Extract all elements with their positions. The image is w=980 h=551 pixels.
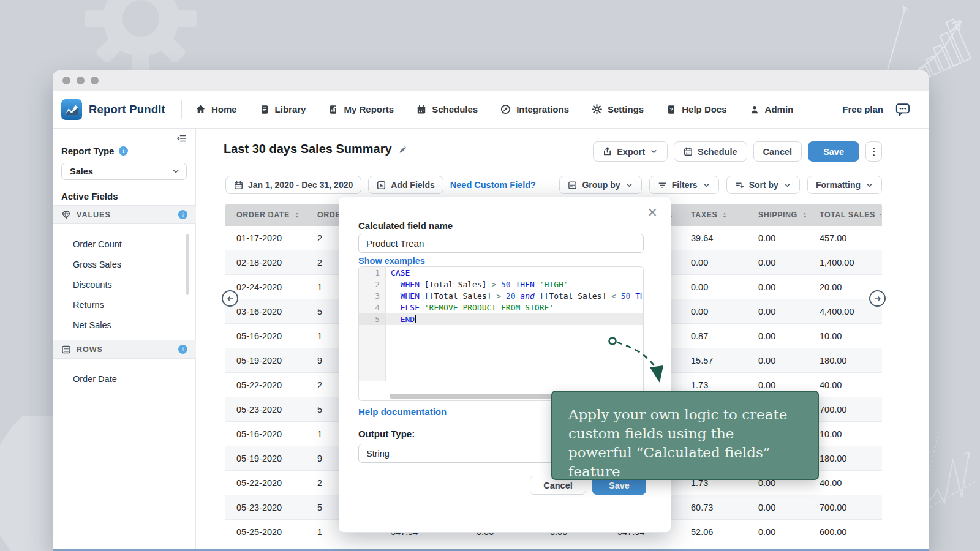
nav-item-settings[interactable]: Settings xyxy=(592,104,644,114)
nav-item-home[interactable]: Home xyxy=(195,104,237,114)
window-control-minimize[interactable] xyxy=(77,77,85,84)
integrations-icon xyxy=(500,104,511,114)
code-line: END xyxy=(386,313,643,325)
schedule-button[interactable]: Schedule xyxy=(674,141,747,162)
add-fields-button[interactable]: Add Fields xyxy=(368,176,443,194)
scroll-columns-right-button[interactable] xyxy=(869,290,886,307)
filter-bar-left: Jan 1, 2020 - Dec 31, 2020 Add Fields Ne… xyxy=(225,176,536,194)
nav-item-schedules[interactable]: Schedules xyxy=(417,104,478,114)
arrow-left-icon xyxy=(226,294,235,303)
gear-decoration xyxy=(43,0,227,73)
nav-item-admin[interactable]: Admin xyxy=(750,104,794,114)
library-icon xyxy=(260,105,270,114)
column-header-shipping[interactable]: SHIPPING xyxy=(747,204,809,226)
more-options-button[interactable] xyxy=(865,141,882,162)
chevron-down-icon xyxy=(703,181,710,189)
chevron-down-icon xyxy=(783,181,791,189)
rows-info-icon[interactable]: i xyxy=(178,345,187,354)
formatting-button[interactable]: Formatting xyxy=(807,176,882,194)
help-docs-icon: ? xyxy=(666,105,676,114)
values-field-item[interactable]: Gross Sales xyxy=(53,254,196,274)
report-toolbar: Export Schedule Cancel Save xyxy=(593,141,882,162)
table-cell: 05-25-2020 xyxy=(225,520,306,544)
export-button[interactable]: Export xyxy=(593,141,668,162)
add-fields-icon xyxy=(377,181,386,190)
values-info-icon[interactable]: i xyxy=(178,210,187,219)
brand[interactable]: Report Pundit xyxy=(61,99,165,120)
close-icon[interactable]: × xyxy=(647,204,657,221)
table-cell: 700.00 xyxy=(809,495,882,519)
chevron-down-icon xyxy=(625,181,633,189)
table-cell: 0.00 xyxy=(747,520,809,544)
window-titlebar xyxy=(53,70,929,91)
need-custom-field-link[interactable]: Need Custom Field? xyxy=(450,180,536,190)
table-cell: 05-22-2020 xyxy=(225,373,306,397)
sidebar-collapse-icon[interactable] xyxy=(176,133,187,143)
window-bottom-scrollbar[interactable] xyxy=(53,549,929,551)
save-button[interactable]: Save xyxy=(808,141,859,162)
chat-bubble-icon[interactable] xyxy=(895,103,910,116)
nav-item-my-reports[interactable]: My Reports xyxy=(328,104,394,114)
editor-gutter: 12345 xyxy=(359,267,386,381)
sort-updown-icon xyxy=(293,211,301,219)
rows-field-item[interactable]: Order Date xyxy=(53,369,196,389)
filter-bar-right: Group by Filters Sort by Formatting xyxy=(559,176,882,194)
table-cell: 457.00 xyxy=(809,226,882,250)
help-documentation-link[interactable]: Help documentation xyxy=(358,407,447,417)
column-header-order-date[interactable]: ORDER DATE xyxy=(225,204,306,226)
feature-callout-tooltip: Apply your own logic to create custom fi… xyxy=(551,391,819,480)
table-cell: 05-23-2020 xyxy=(225,397,306,421)
nav-item-integrations[interactable]: Integrations xyxy=(500,104,569,114)
schedules-icon xyxy=(417,105,426,114)
brand-logo-icon xyxy=(61,99,82,120)
sort-by-button[interactable]: Sort by xyxy=(726,176,800,194)
group-by-button[interactable]: Group by xyxy=(559,176,641,194)
column-header-total-sales[interactable]: TOTAL SALES xyxy=(809,204,882,226)
date-range-button[interactable]: Jan 1, 2020 - Dec 31, 2020 xyxy=(225,176,361,194)
filters-button[interactable]: Filters xyxy=(649,176,719,194)
values-field-item[interactable]: Net Sales xyxy=(53,315,196,335)
output-type-label: Output Type: xyxy=(358,429,415,439)
window-control-maximize[interactable] xyxy=(91,77,99,84)
column-header-taxes[interactable]: TAXES xyxy=(680,204,747,226)
table-cell: 0.00 xyxy=(680,275,747,299)
values-field-item[interactable]: Discounts xyxy=(53,274,196,294)
scroll-columns-left-button[interactable] xyxy=(222,290,238,307)
values-section-header[interactable]: VALUES i xyxy=(53,205,196,224)
report-type-info-icon[interactable]: i xyxy=(119,146,128,156)
chevron-down-icon xyxy=(865,181,873,189)
field-name-input[interactable] xyxy=(358,234,644,253)
sort-icon xyxy=(735,181,744,190)
table-cell: 05-16-2020 xyxy=(225,324,306,348)
table-cell: 01-17-2020 xyxy=(225,226,306,250)
sort-updown-icon xyxy=(801,211,809,219)
sort-updown-icon xyxy=(721,211,728,219)
table-cell: 0.00 xyxy=(747,275,809,299)
cancel-button[interactable]: Cancel xyxy=(753,141,802,162)
sidebar-scrollbar[interactable] xyxy=(186,234,189,295)
nav-item-help-docs[interactable]: ? Help Docs xyxy=(666,104,726,114)
values-gem-icon xyxy=(61,210,71,220)
report-type-select[interactable]: Sales xyxy=(61,163,187,180)
code-line: CASE xyxy=(386,267,643,279)
values-field-item[interactable]: Returns xyxy=(53,294,196,315)
table-cell: 40.00 xyxy=(809,471,882,495)
field-name-label: Calculated field name xyxy=(358,220,453,231)
plan-label[interactable]: Free plan xyxy=(842,104,883,114)
text-cursor xyxy=(415,315,416,323)
rows-section-header[interactable]: ROWS i xyxy=(53,340,196,359)
home-icon xyxy=(195,104,206,114)
arrow-right-icon xyxy=(873,294,882,303)
nav-items: Home Library My Reports Schedules Integr… xyxy=(195,104,793,114)
table-cell: 03-16-2020 xyxy=(225,299,306,323)
table-cell: 700.00 xyxy=(809,397,882,421)
nav-item-library[interactable]: Library xyxy=(260,104,306,114)
values-field-item[interactable]: Order Count xyxy=(53,234,196,254)
code-line: WHEN [Total Sales] > 50 THEN 'HIGH' xyxy=(386,279,643,290)
edit-pencil-icon[interactable] xyxy=(398,144,408,154)
calendar-icon xyxy=(684,147,693,156)
table-cell: 05-22-2020 xyxy=(225,471,306,495)
show-examples-link[interactable]: Show examples xyxy=(358,256,425,266)
table-cell: 0.00 xyxy=(747,324,809,348)
window-control-close[interactable] xyxy=(62,77,70,84)
